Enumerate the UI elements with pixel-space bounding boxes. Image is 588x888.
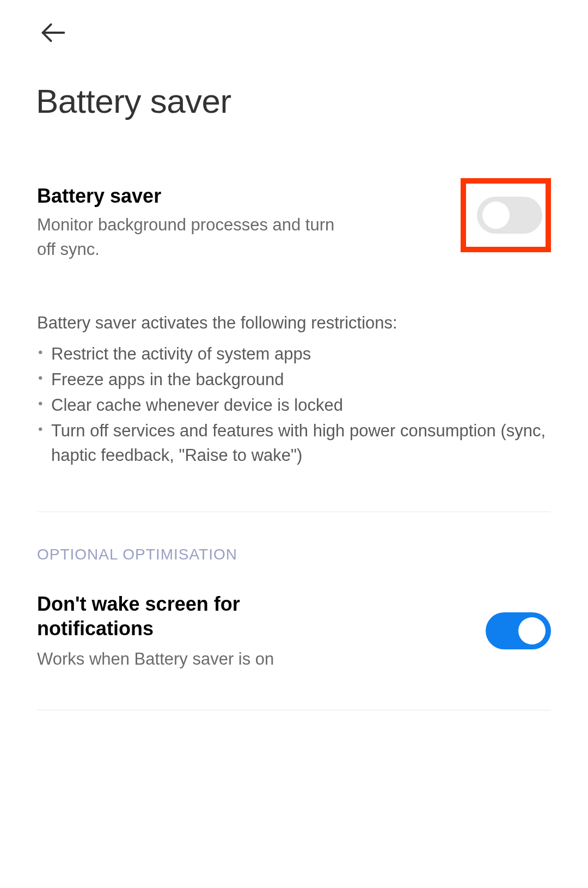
restriction-item: Freeze apps in the background <box>37 368 551 392</box>
dont-wake-subtitle: Works when Battery saver is on <box>37 647 469 671</box>
restrictions-description: Battery saver activates the following re… <box>0 262 588 468</box>
dont-wake-toggle[interactable] <box>486 612 551 649</box>
restrictions-intro: Battery saver activates the following re… <box>37 311 551 336</box>
divider <box>37 710 551 710</box>
battery-saver-toggle[interactable] <box>477 197 542 234</box>
restrictions-list: Restrict the activity of system apps Fre… <box>37 342 551 468</box>
battery-saver-row[interactable]: Battery saver Monitor background process… <box>0 120 588 262</box>
dont-wake-row[interactable]: Don't wake screen for notifications Work… <box>0 563 588 671</box>
back-arrow-icon <box>39 19 68 47</box>
battery-saver-title: Battery saver <box>37 185 444 208</box>
restriction-item: Clear cache whenever device is locked <box>37 393 551 418</box>
highlight-annotation <box>461 178 551 252</box>
back-button[interactable] <box>37 16 70 49</box>
battery-saver-subtitle: Monitor background processes and turn of… <box>37 213 353 262</box>
restriction-item: Restrict the activity of system apps <box>37 342 551 367</box>
optional-section-header: OPTIONAL OPTIMISATION <box>0 512 588 563</box>
toggle-knob <box>518 617 546 644</box>
dont-wake-title: Don't wake screen for notifications <box>37 592 277 641</box>
toggle-knob <box>482 202 510 229</box>
restriction-item: Turn off services and features with high… <box>37 419 551 468</box>
page-title: Battery saver <box>0 49 588 120</box>
